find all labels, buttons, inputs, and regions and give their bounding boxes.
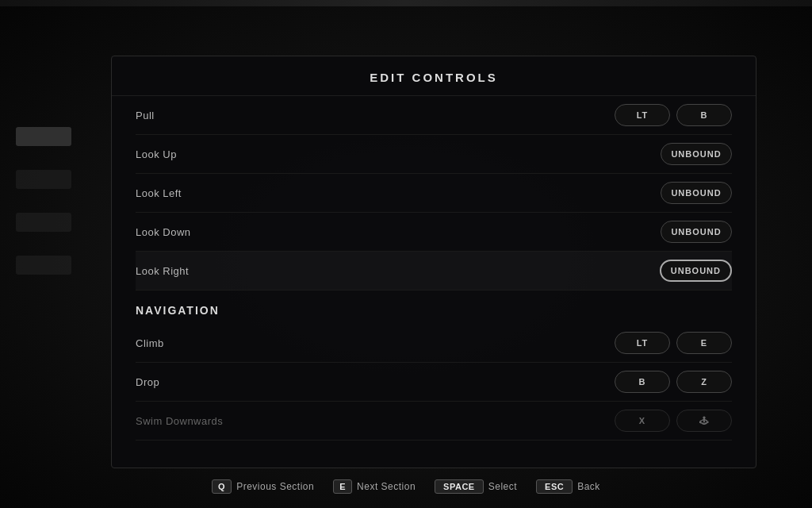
section-header-text-navigation: NAVIGATION xyxy=(136,304,220,317)
section-header-navigation: NAVIGATION xyxy=(136,291,732,324)
key-bindings-drop: B Z xyxy=(615,371,732,393)
controls-list: Pull LT B Look Up UNBOUND Look Left xyxy=(112,96,756,468)
key-bindings-look-down: UNBOUND xyxy=(661,221,732,243)
key-bindings-look-up: UNBOUND xyxy=(661,143,732,165)
key-btn-look-left-1[interactable]: UNBOUND xyxy=(661,182,732,204)
key-q: Q xyxy=(212,479,232,494)
sidebar-item-1 xyxy=(16,127,71,146)
key-btn-swim-1[interactable]: X xyxy=(615,410,670,432)
bottom-action-select: SPACE Select xyxy=(435,479,517,494)
key-btn-look-up-1[interactable]: UNBOUND xyxy=(661,143,732,165)
control-label-look-down: Look Down xyxy=(136,226,661,238)
top-decorative-bar xyxy=(0,0,812,6)
key-e: E xyxy=(333,479,352,494)
bottom-action-back: ESC Back xyxy=(536,479,600,494)
control-row-look-right: Look Right UNBOUND xyxy=(136,252,732,291)
sidebar-hint xyxy=(16,127,71,275)
sidebar-item-4 xyxy=(16,256,71,275)
sidebar-item-3 xyxy=(16,213,71,232)
key-space: SPACE xyxy=(435,479,484,494)
key-bindings-pull: LT B xyxy=(615,104,732,126)
bottom-action-bar: Q Previous Section E Next Section SPACE … xyxy=(0,479,812,494)
key-btn-climb-1[interactable]: LT xyxy=(615,332,670,354)
sidebar-item-2 xyxy=(16,170,71,189)
bottom-label-prev-section: Previous Section xyxy=(236,481,314,492)
control-row-climb: Climb LT E xyxy=(136,324,732,363)
control-row-pull: Pull LT B xyxy=(136,96,732,135)
key-btn-swim-2[interactable]: 🕹 xyxy=(676,410,732,432)
bottom-label-next-section: Next Section xyxy=(357,481,416,492)
control-label-look-up: Look Up xyxy=(136,148,661,160)
control-row-look-left: Look Left UNBOUND xyxy=(136,174,732,213)
key-btn-pull-1[interactable]: LT xyxy=(615,104,670,126)
bottom-label-back: Back xyxy=(577,481,600,492)
key-btn-drop-2[interactable]: Z xyxy=(676,371,732,393)
control-row-look-down: Look Down UNBOUND xyxy=(136,213,732,252)
key-bindings-look-left: UNBOUND xyxy=(661,182,732,204)
control-row-look-up: Look Up UNBOUND xyxy=(136,135,732,174)
control-label-look-left: Look Left xyxy=(136,187,661,199)
control-row-drop: Drop B Z xyxy=(136,363,732,402)
control-row-swim-downwards: Swim Downwards X 🕹 xyxy=(136,402,732,441)
main-panel: EDIT CONTROLS Pull LT B Look Up UNBOUND xyxy=(111,56,756,468)
control-label-look-right: Look Right xyxy=(136,265,660,277)
key-btn-climb-2[interactable]: E xyxy=(676,332,732,354)
bottom-action-prev-section: Q Previous Section xyxy=(212,479,314,494)
bottom-label-select: Select xyxy=(488,481,517,492)
key-bindings-climb: LT E xyxy=(615,332,732,354)
key-bindings-swim-downwards: X 🕹 xyxy=(615,410,732,432)
panel-title: EDIT CONTROLS xyxy=(112,56,756,96)
key-esc: ESC xyxy=(536,479,573,494)
key-btn-look-right-1[interactable]: UNBOUND xyxy=(660,260,732,282)
control-label-drop: Drop xyxy=(136,376,615,388)
key-bindings-look-right: UNBOUND xyxy=(660,260,732,282)
key-btn-drop-1[interactable]: B xyxy=(615,371,670,393)
control-label-swim-downwards: Swim Downwards xyxy=(136,415,615,427)
control-label-climb: Climb xyxy=(136,337,615,349)
key-btn-pull-2[interactable]: B xyxy=(676,104,732,126)
control-label-pull: Pull xyxy=(136,110,615,121)
bottom-action-next-section: E Next Section xyxy=(333,479,416,494)
key-btn-look-down-1[interactable]: UNBOUND xyxy=(661,221,732,243)
